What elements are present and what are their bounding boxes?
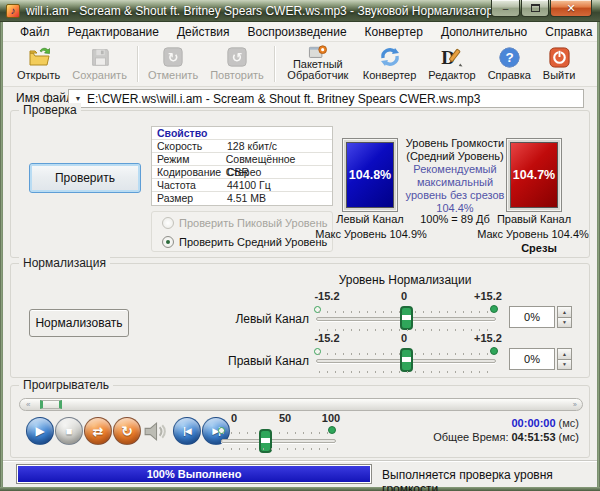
window-title: will.i.am - Scream & Shout ft. Britney S… [26, 4, 513, 18]
editor-button[interactable]: D Редактор [422, 44, 481, 82]
left-level-value[interactable]: 0% [509, 306, 555, 328]
status-message: Выполняется проверка уровня громкости [382, 468, 600, 491]
total-time-label: Общее Время: [433, 431, 511, 443]
app-window: ♪ will.i.am - Scream & Shout ft. Britney… [0, 0, 600, 491]
left-slider-thumb[interactable] [400, 306, 413, 330]
play-button[interactable]: ▶ [26, 417, 54, 445]
converter-button[interactable]: Конвертер [357, 44, 422, 82]
check-mode-panel: Проверить Пиковый Уровень Проверить Сред… [151, 211, 333, 252]
radio-average-level[interactable]: Проверить Средний Уровень [162, 234, 332, 250]
chevron-down-icon[interactable]: ▼ [69, 95, 87, 102]
clips-link[interactable]: Срезы [479, 242, 599, 254]
menu-edit[interactable]: Редактирование [59, 23, 168, 41]
undo-button[interactable]: ↻ Отменить [142, 44, 204, 82]
file-name-input[interactable] [87, 91, 583, 106]
redo-button[interactable]: ↺ Повторить [204, 44, 270, 82]
normalization-title: Уровень Нормализации [295, 273, 515, 287]
shuffle-button[interactable]: ⇄ [84, 417, 112, 445]
slider-max-label: +15.2 [466, 332, 510, 344]
file-name-combo[interactable]: ▼ [68, 89, 584, 108]
menu-actions[interactable]: Действия [168, 23, 239, 41]
prop-value: 4.51 MB [227, 192, 266, 205]
check-group: Проверка Проверить Свойство Скорость128 … [10, 110, 590, 258]
properties-header: Свойство [152, 127, 332, 140]
save-button[interactable]: Сохранить [66, 44, 133, 82]
prop-key: Размер [157, 192, 227, 205]
volume-button[interactable] [142, 418, 170, 446]
help-icon: ? [498, 45, 521, 69]
batch-processor-button[interactable]: Пакетный Обработчик [279, 44, 357, 82]
menu-converter[interactable]: Конвертер [356, 23, 432, 41]
radio-icon [162, 217, 174, 229]
radio-label: Проверить Пиковый Уровень [179, 217, 328, 229]
slider-ticks [319, 371, 491, 373]
exit-icon [548, 45, 571, 69]
spin-down-icon[interactable]: ▼ [557, 317, 572, 329]
seek-thumb[interactable] [40, 400, 62, 409]
recommended-line: уровень без срезов [396, 189, 514, 202]
maximize-icon [531, 4, 540, 12]
menu-playback[interactable]: Воспроизведение [239, 23, 356, 41]
prop-key: Скорость [157, 140, 227, 152]
radio-label: Проверить Средний Уровень [179, 236, 327, 248]
shuffle-icon: ⇄ [93, 424, 104, 439]
radio-selected-icon [162, 236, 174, 248]
window-frame-left [0, 22, 3, 487]
exit-button[interactable]: Выйти [537, 44, 582, 82]
svg-text:↻: ↻ [168, 50, 179, 65]
left-slider-label: Левый Канал [191, 312, 309, 326]
normalization-group-label: Нормализация [19, 256, 110, 270]
volume-track[interactable] [221, 439, 336, 443]
redo-icon: ↺ [226, 45, 248, 69]
slider-mid-label: 0 [382, 332, 426, 344]
current-time-unit: (мс) [556, 417, 579, 429]
table-row: Размер4.51 MB [152, 192, 332, 205]
help-button[interactable]: ? Справка [482, 44, 537, 82]
loudness-subtitle: (Средний Уровень) [396, 150, 514, 163]
prop-key: Режим [157, 153, 226, 165]
svg-text:↺: ↺ [232, 50, 243, 65]
check-button[interactable]: Проверить [29, 163, 141, 193]
menu-help[interactable]: Справка [536, 23, 600, 41]
left-meter-value: 104.8% [346, 142, 394, 208]
title-bar: ♪ will.i.am - Scream & Shout ft. Britney… [0, 0, 600, 22]
seek-bar[interactable]: ‹‹ ›› [19, 398, 583, 411]
close-button[interactable]: ✕ [550, 0, 592, 17]
right-slider-thumb[interactable] [400, 348, 413, 372]
maximize-button[interactable] [521, 0, 549, 17]
status-separator [3, 460, 597, 461]
open-button[interactable]: Открыть [11, 44, 66, 82]
table-row: Скорость128 кбит/с [152, 140, 332, 153]
left-level-spinner: ▲ ▼ [557, 306, 572, 328]
spin-down-icon[interactable]: ▼ [557, 359, 572, 371]
normalize-button[interactable]: Нормализовать [29, 309, 129, 337]
loudness-info: Уровень Громкости (Средний Уровень) Реко… [396, 137, 514, 215]
volume-ticks [223, 432, 333, 434]
radio-peak-level[interactable]: Проверить Пиковый Уровень [162, 215, 332, 231]
total-time: Общее Время: 04:51:53 (мс) [339, 431, 579, 443]
seek-right-icon[interactable]: ›› [573, 400, 576, 409]
slider-min-label: -15.2 [305, 290, 349, 302]
spin-up-icon[interactable]: ▲ [557, 306, 572, 317]
toolbar-label: Конвертер [363, 69, 416, 81]
loudness-title: Уровень Громкости [396, 137, 514, 150]
menu-bar: Файл Редактирование Действия Воспроизвед… [3, 22, 597, 42]
minimize-icon: – [503, 3, 509, 14]
seek-left-icon[interactable]: ‹‹ [26, 400, 29, 409]
play-icon: ▶ [35, 424, 44, 438]
svg-text:?: ? [505, 50, 513, 65]
prev-button[interactable]: |◀ [173, 417, 201, 445]
repeat-button[interactable]: ↻ [113, 417, 141, 445]
prop-key: Кодирование [157, 166, 227, 178]
minimize-button[interactable]: – [491, 0, 520, 17]
stop-button[interactable]: ■ [55, 417, 83, 445]
menu-extra[interactable]: Дополнительно [432, 23, 536, 41]
toolbar-separator [137, 46, 138, 82]
right-level-value[interactable]: 0% [509, 348, 555, 370]
player-group: Проигрыватель ‹‹ ›› ▶ ■ ⇄ ↻ |◀ ▶| 0 50 1… [10, 385, 590, 458]
total-time-value: 04:51:53 [512, 431, 556, 443]
previous-icon: |◀ [183, 426, 190, 436]
table-row: КодированиеCBR [152, 166, 332, 179]
spin-up-icon[interactable]: ▲ [557, 348, 572, 359]
menu-file[interactable]: Файл [11, 23, 59, 41]
